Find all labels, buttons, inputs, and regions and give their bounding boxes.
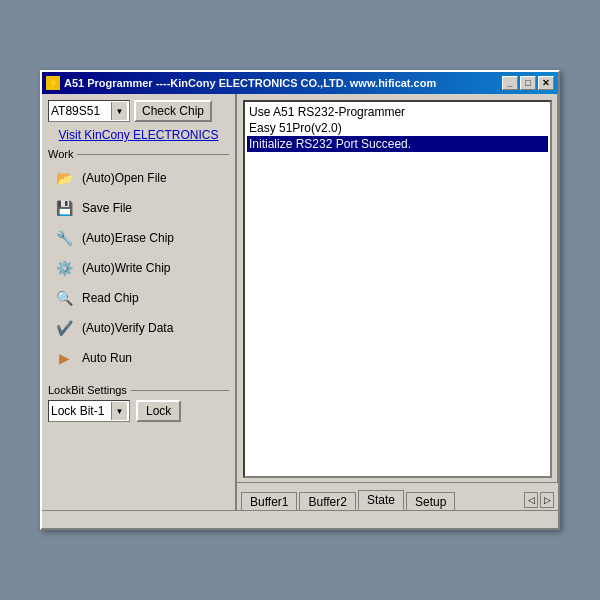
right-panel: Use A51 RS232-Programmer Easy 51Pro(v2.0…: [237, 94, 558, 510]
title-bar-left: ⚡ A51 Programmer ----KinCony ELECTRONICS…: [46, 76, 436, 90]
tab-bar: Buffer1 Buffer2 State Setup ◁ ▷: [237, 482, 558, 510]
log-line-selected: Initialize RS232 Port Succeed.: [247, 136, 548, 152]
open-file-label: (Auto)Open File: [82, 171, 167, 185]
tab-state[interactable]: State: [358, 490, 404, 510]
read-chip-label: Read Chip: [82, 291, 139, 305]
verify-data-icon: ✔️: [52, 316, 76, 340]
minimize-button[interactable]: _: [502, 76, 518, 90]
save-file-button[interactable]: 💾 Save File: [48, 194, 229, 222]
status-bar: [42, 510, 558, 528]
verify-data-button[interactable]: ✔️ (Auto)Verify Data: [48, 314, 229, 342]
main-window: ⚡ A51 Programmer ----KinCony ELECTRONICS…: [40, 70, 560, 530]
write-chip-icon: ⚙️: [52, 256, 76, 280]
chip-select[interactable]: AT89S51 ▼: [48, 100, 130, 122]
log-line: Use A51 RS232-Programmer: [247, 104, 548, 120]
chip-row: AT89S51 ▼ Check Chip: [48, 100, 229, 122]
erase-chip-button[interactable]: 🔧 (Auto)Erase Chip: [48, 224, 229, 252]
lockbit-section: LockBit Settings Lock Bit-1 ▼ Lock: [48, 382, 229, 422]
lockbit-select-value: Lock Bit-1: [51, 404, 111, 418]
lock-button[interactable]: Lock: [136, 400, 181, 422]
read-chip-icon: 🔍: [52, 286, 76, 310]
chip-select-arrow[interactable]: ▼: [111, 102, 127, 120]
write-chip-label: (Auto)Write Chip: [82, 261, 170, 275]
auto-run-label: Auto Run: [82, 351, 132, 365]
lockbit-row: Lock Bit-1 ▼ Lock: [48, 400, 229, 422]
chip-select-value: AT89S51: [51, 104, 111, 118]
left-panel: AT89S51 ▼ Check Chip Visit KinCony ELECT…: [42, 94, 237, 510]
erase-chip-label: (Auto)Erase Chip: [82, 231, 174, 245]
maximize-button[interactable]: □: [520, 76, 536, 90]
tab-prev-button[interactable]: ◁: [524, 492, 538, 508]
lockbit-select[interactable]: Lock Bit-1 ▼: [48, 400, 130, 422]
app-icon: ⚡: [46, 76, 60, 90]
open-file-icon: 📂: [52, 166, 76, 190]
write-chip-button[interactable]: ⚙️ (Auto)Write Chip: [48, 254, 229, 282]
tab-buffer1[interactable]: Buffer1: [241, 492, 297, 510]
check-chip-button[interactable]: Check Chip: [134, 100, 212, 122]
log-area[interactable]: Use A51 RS232-Programmer Easy 51Pro(v2.0…: [243, 100, 552, 478]
tab-setup[interactable]: Setup: [406, 492, 455, 510]
verify-data-label: (Auto)Verify Data: [82, 321, 173, 335]
close-button[interactable]: ✕: [538, 76, 554, 90]
auto-run-button[interactable]: ▶ Auto Run: [48, 344, 229, 372]
lockbit-section-label: LockBit Settings: [48, 384, 229, 396]
erase-chip-icon: 🔧: [52, 226, 76, 250]
log-line: Easy 51Pro(v2.0): [247, 120, 548, 136]
open-file-button[interactable]: 📂 (Auto)Open File: [48, 164, 229, 192]
window-body: AT89S51 ▼ Check Chip Visit KinCony ELECT…: [42, 94, 558, 510]
work-section-label: Work: [48, 148, 229, 160]
tab-buffer2[interactable]: Buffer2: [299, 492, 355, 510]
title-bar: ⚡ A51 Programmer ----KinCony ELECTRONICS…: [42, 72, 558, 94]
title-controls: _ □ ✕: [502, 76, 554, 90]
visit-link[interactable]: Visit KinCony ELECTRONICS: [48, 128, 229, 142]
lockbit-select-arrow[interactable]: ▼: [111, 402, 127, 420]
auto-run-icon: ▶: [52, 346, 76, 370]
save-file-label: Save File: [82, 201, 132, 215]
save-file-icon: 💾: [52, 196, 76, 220]
window-title: A51 Programmer ----KinCony ELECTRONICS C…: [64, 77, 436, 89]
tab-next-button[interactable]: ▷: [540, 492, 554, 508]
tab-arrows: ◁ ▷: [524, 492, 554, 508]
read-chip-button[interactable]: 🔍 Read Chip: [48, 284, 229, 312]
